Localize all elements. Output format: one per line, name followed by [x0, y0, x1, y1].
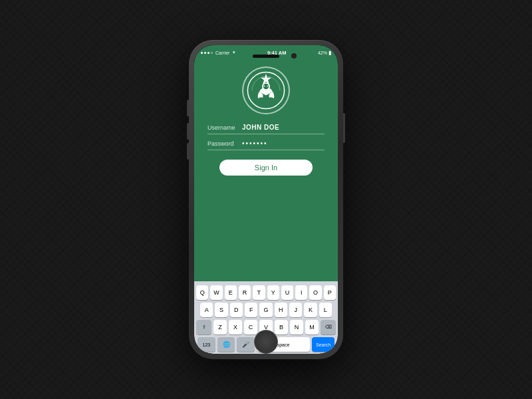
starbucks-logo-circle [242, 66, 290, 114]
key-g[interactable]: G [259, 303, 272, 317]
username-value: JOHN DOE [242, 124, 279, 131]
key-y[interactable]: Y [267, 285, 279, 300]
carrier-label: Carrier [215, 51, 229, 55]
key-o[interactable]: O [309, 285, 321, 300]
svg-point-4 [264, 86, 265, 87]
key-r[interactable]: R [239, 285, 251, 300]
speaker-grille [253, 55, 279, 58]
key-t[interactable]: T [253, 285, 265, 300]
password-label: Password [207, 140, 242, 147]
shift-key[interactable]: ⇧ [196, 320, 211, 334]
key-m[interactable]: M [305, 320, 319, 334]
battery-label: 42% [318, 51, 327, 55]
username-label: Username [207, 124, 242, 131]
backspace-key[interactable]: ⌫ [321, 320, 336, 334]
front-camera [291, 53, 297, 59]
status-left: Carrier ▾ [201, 50, 235, 55]
phone-screen: Carrier ▾ 9:41 AM 42% ▮ [194, 45, 338, 354]
home-button[interactable] [254, 330, 278, 354]
key-q[interactable]: Q [196, 285, 208, 300]
key-e[interactable]: E [225, 285, 237, 300]
key-s[interactable]: S [215, 303, 227, 317]
password-value: ••••••• [242, 140, 268, 147]
signin-button[interactable]: Sign In [219, 160, 313, 176]
key-u[interactable]: U [281, 285, 293, 300]
status-right: 42% ▮ [318, 50, 331, 56]
globe-key[interactable]: 🌐 [217, 337, 235, 352]
key-z[interactable]: Z [213, 320, 227, 334]
key-d[interactable]: D [230, 303, 243, 317]
key-f[interactable]: F [245, 303, 257, 317]
keyboard-row-2: A S D F G H J K L [196, 303, 336, 317]
keyboard-row-1: Q W E R T Y U I O P [196, 285, 336, 300]
key-a[interactable]: A [200, 303, 213, 317]
mic-key[interactable]: 🎤 [237, 337, 255, 352]
numbers-key[interactable]: 123 [198, 337, 215, 352]
key-c[interactable]: C [244, 320, 257, 334]
wifi-icon: ▾ [233, 50, 235, 55]
key-j[interactable]: J [289, 303, 302, 317]
device-screen: Carrier ▾ 9:41 AM 42% ▮ [194, 45, 338, 354]
password-field-row[interactable]: Password ••••••• [207, 137, 325, 150]
key-k[interactable]: K [304, 303, 317, 317]
key-n[interactable]: N [290, 320, 303, 334]
key-w[interactable]: W [210, 285, 222, 300]
username-field-row[interactable]: Username JOHN DOE [207, 121, 325, 134]
key-x[interactable]: X [229, 320, 242, 334]
key-b[interactable]: B [275, 320, 288, 334]
key-h[interactable]: H [275, 303, 287, 317]
key-i[interactable]: I [295, 285, 307, 300]
battery-icon: ▮ [329, 50, 331, 56]
svg-point-5 [267, 86, 269, 87]
search-key[interactable]: Search [312, 337, 334, 352]
key-l[interactable]: L [319, 303, 332, 317]
key-p[interactable]: P [324, 285, 336, 300]
phone-device: Carrier ▾ 9:41 AM 42% ▮ [189, 40, 343, 359]
app-login-area: Username JOHN DOE Password ••••••• Sign … [194, 59, 338, 281]
starbucks-logo-svg [246, 70, 286, 110]
